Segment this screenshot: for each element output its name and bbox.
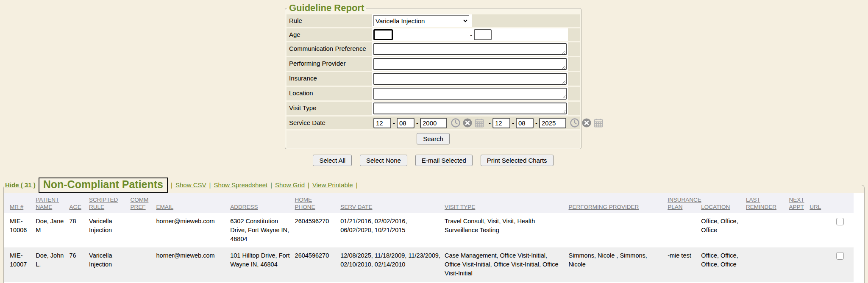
col-header-select [828, 193, 854, 213]
cell-email: horner@mieweb.com [156, 247, 231, 282]
cell-visit-type: Travel Consult, Visit, Visit, Health Sur… [445, 213, 569, 247]
cell-patient-name: Doe, Jane M [36, 213, 69, 247]
guideline-report-fieldset: Guideline Report Rule Varicella Injectio… [285, 3, 581, 149]
email-selected-button[interactable]: E-mail Selected [415, 155, 473, 166]
col-header-patient-name[interactable]: PATIENTNAME [36, 193, 69, 213]
visit-type-input[interactable] [373, 103, 567, 114]
age-to-input[interactable] [474, 29, 492, 40]
col-header-address[interactable]: ADDRESS [230, 193, 295, 213]
service-date-label: Service Date [287, 117, 372, 129]
age-row: Age - [287, 28, 580, 41]
clear-date-icon[interactable] [581, 118, 592, 128]
cell-home-phone: 2604596270 [295, 213, 341, 247]
service-date-separator: - [487, 119, 492, 127]
communication-preference-input[interactable] [373, 43, 567, 55]
cell-mr: MIE-10007 [4, 247, 36, 282]
service-date-to-year-input[interactable] [539, 118, 566, 128]
visit-type-row: Visit Type [287, 102, 580, 115]
show-grid-link[interactable]: Show Grid [275, 181, 305, 189]
cell-visit-type: Case Management, Office Visit-Initial, O… [445, 247, 569, 282]
col-header-visit-type[interactable]: VISIT TYPE [445, 193, 569, 213]
age-label: Age [287, 28, 372, 41]
cell-age: 78 [69, 213, 89, 247]
col-header-next-appt[interactable]: NEXTAPPT [789, 193, 810, 213]
col-header-insurance-plan[interactable]: INSURANCEPLAN [668, 193, 701, 213]
service-date-from-year-input[interactable] [420, 118, 447, 128]
cell-serv-date: 01/21/2016, 02/02/2016, 06/02/2020, 10/2… [340, 213, 445, 247]
guideline-report-title: Guideline Report [287, 3, 366, 14]
cell-mr: MIE-10006 [4, 213, 36, 247]
col-header-mr[interactable]: MR # [4, 193, 36, 213]
col-header-scripted-rule[interactable]: SCRIPTEDRULE [89, 193, 131, 213]
row-select-checkbox[interactable] [836, 218, 844, 225]
service-date-from-month-input[interactable] [373, 118, 391, 128]
service-date-from-day-input[interactable] [397, 118, 415, 128]
table-row: MIE-10007 Doe, John L. 76 Varicella Inje… [4, 247, 854, 282]
col-header-location[interactable]: LOCATION [701, 193, 746, 213]
non-compliant-patients-section: Hide ( 31 ) Non-Compliant Patients | Sho… [3, 178, 865, 283]
col-header-comm-pref[interactable]: COMMPREF [131, 193, 156, 213]
calendar-icon[interactable] [474, 118, 484, 128]
search-button[interactable]: Search [417, 133, 450, 144]
cell-scripted-rule: Varicella Injection [89, 213, 131, 247]
clear-date-icon[interactable] [462, 118, 473, 128]
col-header-serv-date[interactable]: SERV DATE [340, 193, 445, 213]
col-header-url[interactable]: URL [810, 193, 828, 213]
cell-age: 76 [69, 247, 89, 282]
select-none-button[interactable]: Select None [360, 155, 407, 166]
cell-url [810, 247, 828, 282]
cell-next-appt [789, 213, 810, 247]
insurance-input[interactable] [373, 73, 567, 85]
cell-performing-provider [569, 213, 668, 247]
cell-insurance-plan [668, 213, 701, 247]
show-spreadsheet-link[interactable]: Show Spreadsheet [214, 181, 267, 189]
table-header-row: MR # PATIENTNAME AGE SCRIPTEDRULE COMMPR… [4, 193, 854, 213]
cell-scripted-rule: Varicella Injection [89, 247, 131, 282]
cell-location: Office, Office, Office [701, 213, 746, 247]
patients-table-area: MR # PATIENTNAME AGE SCRIPTEDRULE COMMPR… [4, 193, 864, 283]
report-legend: Hide ( 31 ) Non-Compliant Patients | Sho… [4, 178, 361, 193]
col-header-home-phone[interactable]: HOMEPHONE [295, 193, 341, 213]
location-label: Location [287, 87, 372, 100]
col-header-last-reminder[interactable]: LASTREMINDER [746, 193, 789, 213]
communication-preference-label: Communication Preference [287, 42, 372, 56]
col-header-performing-provider[interactable]: PERFORMING PROVIDER [569, 193, 668, 213]
cell-serv-date: 12/08/2025, 11/18/2009, 11/23/2009, 02/1… [340, 247, 445, 282]
rule-row: Rule Varicella Injection [287, 14, 580, 27]
cell-last-reminder [746, 213, 789, 247]
location-row: Location [287, 87, 580, 100]
col-header-age[interactable]: AGE [69, 193, 89, 213]
calendar-icon[interactable] [593, 118, 604, 128]
age-from-input[interactable] [373, 29, 393, 40]
report-title: Non-Compliant Patients [39, 178, 168, 193]
hide-link[interactable]: Hide ( 31 ) [5, 181, 36, 189]
insurance-row: Insurance [287, 72, 580, 86]
cell-next-appt [789, 247, 810, 282]
rule-select[interactable]: Varicella Injection [373, 15, 469, 26]
row-select-checkbox[interactable] [836, 252, 844, 260]
cell-address: 101 Hilltop Drive, Fort Wayne IN, 46804 [230, 247, 295, 282]
insurance-label: Insurance [287, 72, 372, 86]
cell-location: Office, Office, Office, Office [701, 247, 746, 282]
cell-email: horner@mieweb.com [156, 213, 231, 247]
performing-provider-row: Performing Provider [287, 57, 580, 71]
print-selected-charts-button[interactable]: Print Selected Charts [481, 155, 554, 166]
cell-address: 6302 Constitution Drive, Fort Wayne IN, … [230, 213, 295, 247]
service-date-to-day-input[interactable] [516, 118, 534, 128]
clock-icon[interactable] [570, 118, 580, 128]
service-date-to-month-input[interactable] [492, 118, 510, 128]
performing-provider-input[interactable] [373, 58, 567, 70]
select-all-button[interactable]: Select All [313, 155, 352, 166]
guideline-report-section: Guideline Report Rule Varicella Injectio… [285, 0, 581, 166]
location-input[interactable] [373, 88, 567, 100]
rule-label: Rule [287, 14, 372, 27]
view-printable-link[interactable]: View Printable [312, 181, 353, 189]
show-csv-link[interactable]: Show CSV [175, 181, 206, 189]
col-header-email[interactable]: EMAIL [156, 193, 231, 213]
cell-comm-pref [131, 247, 156, 282]
cell-home-phone: 2604596270 [295, 247, 341, 282]
age-separator: - [468, 31, 474, 39]
patients-table: MR # PATIENTNAME AGE SCRIPTEDRULE COMMPR… [4, 193, 854, 283]
cell-comm-pref [131, 213, 156, 247]
clock-icon[interactable] [451, 118, 461, 128]
